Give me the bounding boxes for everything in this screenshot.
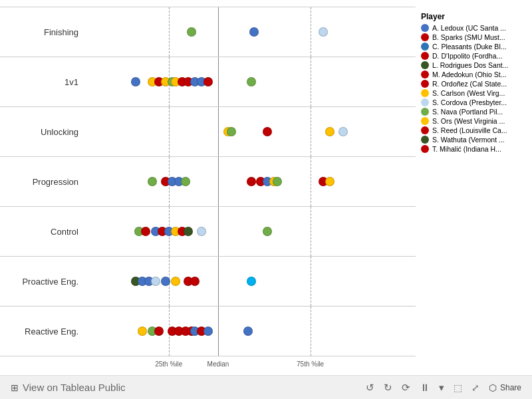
- data-dot: [273, 177, 282, 186]
- legend-item: S. Nava (Portland Pil...: [421, 108, 527, 116]
- data-dot: [203, 327, 213, 336]
- pause-icon[interactable]: ⏸: [420, 382, 430, 393]
- legend-item-label: S. Nava (Portland Pil...: [432, 108, 503, 116]
- row-label: Proactive Eng.: [0, 277, 86, 287]
- row-label: 1v1: [0, 77, 86, 87]
- legend-item: B. Sparks (SMU Must...: [421, 33, 527, 41]
- share-label: Share: [500, 383, 521, 392]
- legend-dot: [421, 33, 429, 41]
- camera-icon[interactable]: ⬚: [454, 382, 462, 393]
- grid-line: [311, 57, 311, 106]
- legend: Player A. Ledoux (UC Santa ...B. Sparks …: [416, 7, 532, 375]
- grid-line: [218, 107, 219, 156]
- expand-icon[interactable]: ⤢: [471, 382, 479, 393]
- grid-icon: ⊞: [11, 382, 19, 393]
- grid-line: [218, 257, 219, 306]
- data-dot: [151, 277, 160, 286]
- axis-label-text: 75th %ile: [297, 360, 324, 368]
- legend-item: L. Rodrigues Dos Sant...: [421, 61, 527, 69]
- data-dot: [141, 227, 150, 236]
- legend-dot: [421, 89, 429, 97]
- data-dot: [131, 77, 140, 86]
- data-dot: [247, 277, 256, 286]
- data-dot: [263, 127, 272, 136]
- bottom-right: ↺ ↻ ⟳ ⏸ ▾ ⬚ ⤢ ⬡ Share: [366, 382, 521, 394]
- chart-row: 1v1: [0, 57, 416, 106]
- legend-dot: [421, 98, 429, 106]
- grid-line: [311, 7, 311, 57]
- legend-dot: [421, 145, 429, 153]
- share-button[interactable]: ⬡ Share: [489, 382, 521, 393]
- legend-item: M. Adedokun (Ohio St...: [421, 70, 527, 78]
- data-dot: [197, 227, 206, 236]
- data-dot: [249, 27, 259, 37]
- chart-row: Control: [0, 206, 416, 256]
- tableau-link[interactable]: View on Tableau Public: [23, 382, 126, 393]
- row-dots: [86, 207, 416, 256]
- chart-row: Progression: [0, 156, 416, 206]
- axis-labels: 25th %ileMedian75th %ile: [86, 356, 416, 375]
- legend-item: S. Cordova (Presbyter...: [421, 98, 527, 106]
- grid-line: [311, 207, 311, 256]
- legend-dot: [421, 24, 429, 32]
- data-dot: [319, 27, 328, 37]
- legend-item-label: S. Wathuta (Vermont ...: [432, 136, 505, 144]
- undo-icon[interactable]: ↺: [366, 382, 374, 394]
- share-icon: ⬡: [489, 382, 497, 393]
- legend-item-label: S. Carlson (West Virg...: [432, 89, 505, 97]
- data-dot: [203, 77, 213, 86]
- data-dot: [247, 177, 256, 186]
- data-dot: [338, 127, 348, 136]
- app-container: Finishing1v1UnlockingProgressionControlP…: [0, 0, 532, 399]
- axis-label-text: 25th %ile: [155, 360, 182, 368]
- data-dot: [154, 327, 164, 336]
- grid-line: [311, 307, 311, 356]
- legend-item-label: S. Ors (West Virginia ...: [432, 117, 505, 125]
- data-dot: [325, 177, 334, 186]
- data-dot: [161, 277, 170, 286]
- data-dot: [181, 177, 190, 186]
- grid-line: [218, 307, 219, 356]
- legend-item: R. Ordoñez (Cal State...: [421, 80, 527, 88]
- legend-item-label: D. D'Ippolito (Fordha...: [432, 52, 502, 60]
- grid-line: [218, 57, 219, 106]
- chart-main: Finishing1v1UnlockingProgressionControlP…: [0, 7, 416, 375]
- row-dots: [86, 57, 416, 106]
- data-dot: [184, 227, 193, 236]
- data-dot: [243, 327, 253, 336]
- legend-dot: [421, 108, 429, 116]
- legend-item-label: S. Cordova (Presbyter...: [432, 98, 507, 106]
- grid-line: [311, 257, 311, 306]
- legend-dot: [421, 126, 429, 134]
- bottom-left: ⊞ View on Tableau Public: [11, 382, 126, 393]
- legend-item-label: R. Ordoñez (Cal State...: [432, 80, 507, 88]
- legend-item: S. Ors (West Virginia ...: [421, 117, 527, 125]
- data-dot: [187, 27, 196, 37]
- row-dots: [86, 107, 416, 156]
- legend-item: C. Pleasants (Duke Bl...: [421, 43, 527, 51]
- chart-row: Unlocking: [0, 106, 416, 156]
- legend-dot: [421, 117, 429, 125]
- redo-icon[interactable]: ↻: [384, 382, 392, 394]
- data-dot: [190, 277, 200, 286]
- row-dots: [86, 7, 416, 57]
- row-label: Progression: [0, 177, 86, 187]
- data-dot: [171, 277, 180, 286]
- row-dots: [86, 307, 416, 356]
- grid-line: [311, 157, 311, 206]
- legend-item: A. Ledoux (UC Santa ...: [421, 24, 527, 32]
- grid-line: [218, 7, 219, 57]
- legend-dot: [421, 61, 429, 69]
- more-icon[interactable]: ▾: [439, 382, 444, 394]
- legend-item-label: B. Sparks (SMU Must...: [432, 33, 505, 41]
- legend-item-label: S. Reed (Louisville Ca...: [432, 126, 507, 134]
- legend-dot: [421, 43, 429, 51]
- bottom-bar: ⊞ View on Tableau Public ↺ ↻ ⟳ ⏸ ▾ ⬚ ⤢ ⬡…: [0, 375, 532, 399]
- row-dots: [86, 257, 416, 306]
- row-dots: [86, 157, 416, 206]
- data-dot: [227, 127, 236, 136]
- grid-line: [169, 7, 170, 57]
- refresh-icon[interactable]: ⟳: [402, 382, 410, 394]
- rows-container: Finishing1v1UnlockingProgressionControlP…: [0, 7, 416, 356]
- legend-item-label: A. Ledoux (UC Santa ...: [432, 24, 506, 32]
